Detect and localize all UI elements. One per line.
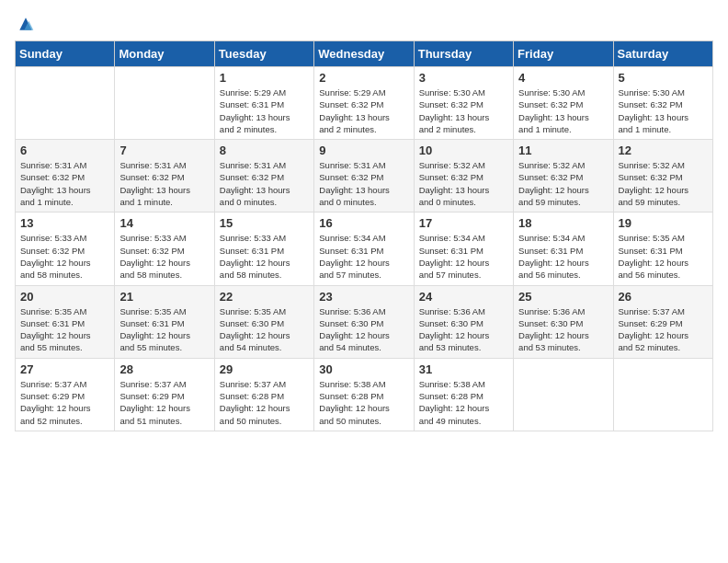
day-info: Sunrise: 5:32 AM Sunset: 6:32 PM Dayligh… — [518, 159, 608, 208]
calendar-cell: 20Sunrise: 5:35 AM Sunset: 6:31 PM Dayli… — [16, 285, 115, 358]
day-number: 16 — [319, 216, 408, 230]
calendar-cell: 28Sunrise: 5:37 AM Sunset: 6:29 PM Dayli… — [115, 358, 214, 431]
day-number: 19 — [619, 216, 708, 230]
calendar-cell: 31Sunrise: 5:38 AM Sunset: 6:28 PM Dayli… — [414, 358, 513, 431]
calendar-cell: 16Sunrise: 5:34 AM Sunset: 6:31 PM Dayli… — [314, 213, 414, 285]
calendar-cell: 17Sunrise: 5:34 AM Sunset: 6:31 PM Dayli… — [414, 213, 513, 285]
day-info: Sunrise: 5:37 AM Sunset: 6:29 PM Dayligh… — [119, 378, 209, 427]
day-info: Sunrise: 5:35 AM Sunset: 6:30 PM Dayligh… — [220, 305, 309, 354]
logo-icon — [17, 15, 35, 33]
day-info: Sunrise: 5:31 AM Sunset: 6:32 PM Dayligh… — [220, 159, 309, 208]
day-number: 10 — [419, 144, 508, 157]
day-number: 15 — [220, 216, 309, 230]
day-number: 5 — [619, 71, 708, 85]
day-info: Sunrise: 5:31 AM Sunset: 6:32 PM Dayligh… — [119, 159, 209, 208]
day-info: Sunrise: 5:37 AM Sunset: 6:29 PM Dayligh… — [20, 378, 109, 427]
calendar-cell: 8Sunrise: 5:31 AM Sunset: 6:32 PM Daylig… — [214, 140, 313, 213]
calendar-cell: 3Sunrise: 5:30 AM Sunset: 6:32 PM Daylig… — [414, 67, 513, 140]
calendar-table: SundayMondayTuesdayWednesdayThursdayFrid… — [15, 40, 713, 431]
day-number: 17 — [419, 216, 508, 230]
day-info: Sunrise: 5:38 AM Sunset: 6:28 PM Dayligh… — [319, 378, 408, 427]
calendar-cell: 7Sunrise: 5:31 AM Sunset: 6:32 PM Daylig… — [115, 140, 214, 213]
day-number: 1 — [220, 71, 309, 85]
calendar-cell: 1Sunrise: 5:29 AM Sunset: 6:31 PM Daylig… — [214, 67, 313, 140]
calendar-week-row: 6Sunrise: 5:31 AM Sunset: 6:32 PM Daylig… — [16, 140, 713, 213]
day-number: 14 — [119, 216, 209, 230]
calendar-week-row: 1Sunrise: 5:29 AM Sunset: 6:31 PM Daylig… — [16, 67, 713, 140]
day-info: Sunrise: 5:35 AM Sunset: 6:31 PM Dayligh… — [119, 305, 209, 354]
calendar-cell: 5Sunrise: 5:30 AM Sunset: 6:32 PM Daylig… — [613, 67, 712, 140]
calendar-cell: 9Sunrise: 5:31 AM Sunset: 6:32 PM Daylig… — [314, 140, 414, 213]
day-info: Sunrise: 5:29 AM Sunset: 6:32 PM Dayligh… — [319, 86, 408, 135]
day-number: 8 — [220, 144, 309, 157]
day-number: 6 — [20, 144, 109, 157]
day-info: Sunrise: 5:33 AM Sunset: 6:32 PM Dayligh… — [20, 232, 109, 281]
day-number: 7 — [119, 144, 209, 157]
day-info: Sunrise: 5:31 AM Sunset: 6:32 PM Dayligh… — [20, 159, 109, 208]
calendar-cell: 13Sunrise: 5:33 AM Sunset: 6:32 PM Dayli… — [16, 213, 115, 285]
day-info: Sunrise: 5:36 AM Sunset: 6:30 PM Dayligh… — [319, 305, 408, 354]
weekday-header-wednesday: Wednesday — [314, 41, 414, 67]
calendar-cell: 30Sunrise: 5:38 AM Sunset: 6:28 PM Dayli… — [314, 358, 414, 431]
calendar-cell: 2Sunrise: 5:29 AM Sunset: 6:32 PM Daylig… — [314, 67, 414, 140]
day-info: Sunrise: 5:30 AM Sunset: 6:32 PM Dayligh… — [419, 86, 508, 135]
calendar-cell: 4Sunrise: 5:30 AM Sunset: 6:32 PM Daylig… — [514, 67, 613, 140]
calendar-cell: 26Sunrise: 5:37 AM Sunset: 6:29 PM Dayli… — [613, 285, 712, 358]
day-number: 31 — [419, 362, 508, 376]
calendar-cell: 22Sunrise: 5:35 AM Sunset: 6:30 PM Dayli… — [214, 285, 313, 358]
day-number: 29 — [220, 362, 309, 376]
day-number: 4 — [518, 71, 608, 85]
day-info: Sunrise: 5:32 AM Sunset: 6:32 PM Dayligh… — [419, 159, 508, 208]
weekday-header-saturday: Saturday — [613, 41, 712, 67]
day-info: Sunrise: 5:33 AM Sunset: 6:31 PM Dayligh… — [220, 232, 309, 281]
day-info: Sunrise: 5:34 AM Sunset: 6:31 PM Dayligh… — [419, 232, 508, 281]
weekday-header-monday: Monday — [115, 41, 214, 67]
calendar-week-row: 13Sunrise: 5:33 AM Sunset: 6:32 PM Dayli… — [16, 213, 713, 285]
day-number: 30 — [319, 362, 408, 376]
day-info: Sunrise: 5:37 AM Sunset: 6:28 PM Dayligh… — [220, 378, 309, 427]
logo — [15, 15, 35, 33]
weekday-header-sunday: Sunday — [16, 41, 115, 67]
day-number: 2 — [319, 71, 408, 85]
day-number: 12 — [619, 144, 708, 157]
day-number: 27 — [20, 362, 109, 376]
calendar-cell: 29Sunrise: 5:37 AM Sunset: 6:28 PM Dayli… — [214, 358, 313, 431]
day-info: Sunrise: 5:31 AM Sunset: 6:32 PM Dayligh… — [319, 159, 408, 208]
day-info: Sunrise: 5:35 AM Sunset: 6:31 PM Dayligh… — [20, 305, 109, 354]
day-number: 26 — [619, 290, 708, 304]
day-number: 13 — [20, 216, 109, 230]
calendar-cell — [16, 67, 115, 140]
calendar-cell: 18Sunrise: 5:34 AM Sunset: 6:31 PM Dayli… — [514, 213, 613, 285]
day-number: 22 — [220, 290, 309, 304]
calendar-week-row: 20Sunrise: 5:35 AM Sunset: 6:31 PM Dayli… — [16, 285, 713, 358]
calendar-cell: 11Sunrise: 5:32 AM Sunset: 6:32 PM Dayli… — [514, 140, 613, 213]
day-info: Sunrise: 5:35 AM Sunset: 6:31 PM Dayligh… — [619, 232, 708, 281]
calendar-cell: 15Sunrise: 5:33 AM Sunset: 6:31 PM Dayli… — [214, 213, 313, 285]
day-number: 28 — [119, 362, 209, 376]
day-number: 21 — [119, 290, 209, 304]
calendar-cell: 25Sunrise: 5:36 AM Sunset: 6:30 PM Dayli… — [514, 285, 613, 358]
day-number: 24 — [419, 290, 508, 304]
calendar-header-row: SundayMondayTuesdayWednesdayThursdayFrid… — [16, 41, 713, 67]
day-number: 20 — [20, 290, 109, 304]
day-info: Sunrise: 5:29 AM Sunset: 6:31 PM Dayligh… — [220, 86, 309, 135]
calendar-cell — [613, 358, 712, 431]
day-info: Sunrise: 5:32 AM Sunset: 6:32 PM Dayligh… — [619, 159, 708, 208]
day-info: Sunrise: 5:30 AM Sunset: 6:32 PM Dayligh… — [518, 86, 608, 135]
day-info: Sunrise: 5:34 AM Sunset: 6:31 PM Dayligh… — [319, 232, 408, 281]
day-info: Sunrise: 5:36 AM Sunset: 6:30 PM Dayligh… — [419, 305, 508, 354]
day-info: Sunrise: 5:37 AM Sunset: 6:29 PM Dayligh… — [619, 305, 708, 354]
calendar-cell — [514, 358, 613, 431]
day-number: 3 — [419, 71, 508, 85]
weekday-header-thursday: Thursday — [414, 41, 513, 67]
calendar-cell: 27Sunrise: 5:37 AM Sunset: 6:29 PM Dayli… — [16, 358, 115, 431]
day-info: Sunrise: 5:36 AM Sunset: 6:30 PM Dayligh… — [518, 305, 608, 354]
day-number: 25 — [518, 290, 608, 304]
calendar-cell: 24Sunrise: 5:36 AM Sunset: 6:30 PM Dayli… — [414, 285, 513, 358]
calendar-week-row: 27Sunrise: 5:37 AM Sunset: 6:29 PM Dayli… — [16, 358, 713, 431]
calendar-cell: 10Sunrise: 5:32 AM Sunset: 6:32 PM Dayli… — [414, 140, 513, 213]
calendar-cell: 21Sunrise: 5:35 AM Sunset: 6:31 PM Dayli… — [115, 285, 214, 358]
calendar-cell: 14Sunrise: 5:33 AM Sunset: 6:32 PM Dayli… — [115, 213, 214, 285]
day-info: Sunrise: 5:34 AM Sunset: 6:31 PM Dayligh… — [518, 232, 608, 281]
weekday-header-tuesday: Tuesday — [214, 41, 313, 67]
